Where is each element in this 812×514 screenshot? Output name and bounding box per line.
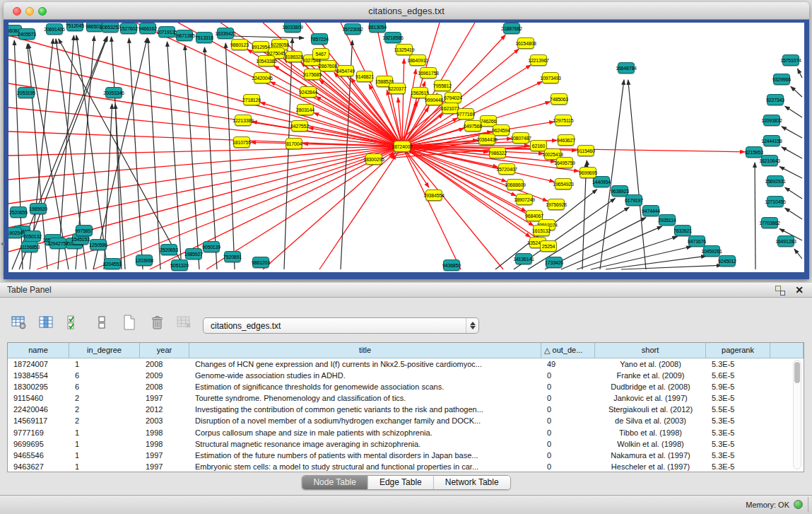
table-row[interactable]: 969969511998Structural magnetic resonanc… [8,438,804,450]
graph-node[interactable]: 10653257 [102,23,119,33]
graph-node[interactable]: 1440954 [593,176,610,187]
tab-edge-table[interactable]: Edge Table [368,476,434,489]
graph-node[interactable]: 2935114 [659,214,676,226]
table-settings-icon[interactable] [10,313,28,332]
graph-node[interactable]: 5467 [312,48,329,59]
graph-node[interactable]: 20053346 [105,87,122,98]
graph-node[interactable]: 14136141 [515,253,532,264]
graph-node[interactable]: 7857224 [311,33,328,45]
graph-node[interactable]: 7955812 [434,80,451,91]
table-row[interactable]: 946554611997Estimation of the future num… [8,450,804,461]
graph-node[interactable]: 9115460 [577,145,594,156]
graph-node[interactable]: 8813054 [369,23,386,33]
table-row[interactable]: 911546021997Tourette syndrome. Phenomeno… [8,392,804,404]
graph-node[interactable]: 6179197 [625,194,642,206]
new-table-icon[interactable] [120,313,139,332]
column-header[interactable]: in_degree [69,343,140,358]
graph-node[interactable]: 7986322 [489,147,506,158]
graph-node[interactable]: 15720407 [498,163,515,175]
graph-node[interactable]: 18907249 [516,194,533,205]
graph-node[interactable]: 19671385 [176,30,193,41]
graph-node[interactable]: 12975115 [555,115,572,126]
graph-node[interactable]: 17703862 [761,217,778,228]
graph-node[interactable]: 9242844 [300,86,317,98]
graph-node[interactable]: 7632621 [674,225,691,236]
graph-node[interactable]: 8186328 [286,51,302,62]
close-panel-icon[interactable]: ✕ [795,284,804,296]
graph-node[interactable]: 9466162 [139,23,156,34]
graph-node[interactable]: 1733426 [546,257,563,268]
graph-node[interactable]: 16154808 [517,37,534,49]
graph-node[interactable]: 1250586 [90,239,107,250]
delete-row-icon[interactable] [148,313,166,332]
graph-node[interactable]: 10973493 [542,72,559,83]
graph-node[interactable]: 2718126 [243,94,260,105]
graph-node[interactable]: 7520891 [224,251,241,262]
graph-node[interactable]: 18300295 [365,153,382,165]
graph-node[interactable]: 18640910 [409,54,426,66]
table-row[interactable]: 946362711997Embryonic stem cells: a mode… [8,461,804,472]
graph-node[interactable]: 2050132 [24,230,41,242]
graph-node[interactable]: 9777169 [457,108,474,119]
graph-node[interactable]: 9329966 [773,74,790,85]
graph-node[interactable]: 18724007 [394,141,411,152]
panel-collapse-arrow-icon[interactable] [1,241,4,247]
graph-node[interactable]: 11156853 [21,241,38,252]
graph-node[interactable]: 2405573 [18,28,35,40]
table-row[interactable]: 2242004622012Investigating the contribut… [8,404,804,415]
graph-node[interactable]: 11325419 [396,44,413,55]
graph-node[interactable]: 9227343 [767,94,784,105]
graph-node[interactable]: 12213967 [530,54,547,66]
graph-node[interactable]: 9474444 [642,205,659,216]
graph-node[interactable]: 9624594 [493,124,510,136]
graph-node[interactable]: 16210643 [761,155,778,166]
graph-node[interactable]: 9175685 [304,69,321,80]
graph-node[interactable]: 19654923 [555,178,572,189]
graph-node[interactable]: 6497568 [464,120,481,132]
graph-node[interactable]: 2803144 [297,104,314,115]
graph-node[interactable]: 2520653 [160,244,177,255]
table-row[interactable]: 1830029562008Estimation of significance … [8,381,804,392]
graph-node[interactable]: 8471676 [688,235,705,247]
graph-node[interactable]: 7512045 [66,23,83,31]
graph-node[interactable]: 9861203 [252,257,269,268]
graph-node[interactable]: 7485063 [551,93,567,105]
graph-node[interactable]: 9245012 [719,255,736,267]
table-row[interactable]: 1938455462009Genome-wide association stu… [8,370,804,381]
graph-node[interactable]: 9990448 [425,94,442,105]
scrollbar-thumb[interactable] [794,362,800,383]
row-height-icon[interactable] [93,313,111,332]
graph-node[interactable]: 12710456 [767,196,784,207]
graph-node[interactable]: 9860123 [231,39,248,50]
graph-node[interactable]: 19384554 [425,189,442,201]
column-header[interactable]: short [595,343,706,358]
graph-node[interactable]: 12942757 [49,238,66,249]
graph-node[interactable]: 1203958 [136,255,153,266]
tab-node-table[interactable]: Node Table [302,476,368,489]
graph-node[interactable]: 19218586 [384,32,401,43]
graph-node[interactable]: 22420046 [254,72,271,83]
graph-node[interactable]: 12093832 [763,115,780,126]
table-scrollbar[interactable] [793,360,801,469]
graph-node[interactable]: 10688609 [507,179,524,190]
graph-node[interactable]: 817004 [286,138,302,149]
graph-node[interactable]: 5051320 [171,259,188,271]
graph-node[interactable]: 1190254 [8,227,22,238]
graph-node[interactable]: 25254 [540,240,557,252]
graph-node[interactable]: 1985920 [30,203,47,214]
select-rows-icon[interactable] [65,313,83,332]
graph-node[interactable]: 16648784 [618,62,635,74]
graph-node[interactable]: 16495759 [556,157,573,168]
graph-node[interactable]: 10719135 [158,26,175,37]
graph-node[interactable]: 1985927 [185,248,202,259]
graph-node[interactable]: 19756928 [548,199,565,210]
column-header[interactable]: pagerank [706,343,770,358]
graph-node[interactable]: 16961758 [420,67,437,78]
graph-node[interactable]: 8454749 [337,65,354,76]
graph-node[interactable]: 12213389 [235,115,252,126]
column-header[interactable]: title [189,343,541,358]
graph-node[interactable]: 8215953 [746,146,763,158]
graph-node[interactable]: 10459261 [703,245,720,257]
table-row[interactable]: 1456911722003Disruption of a novel membe… [8,415,804,426]
graph-node[interactable]: 9436850 [443,259,460,271]
